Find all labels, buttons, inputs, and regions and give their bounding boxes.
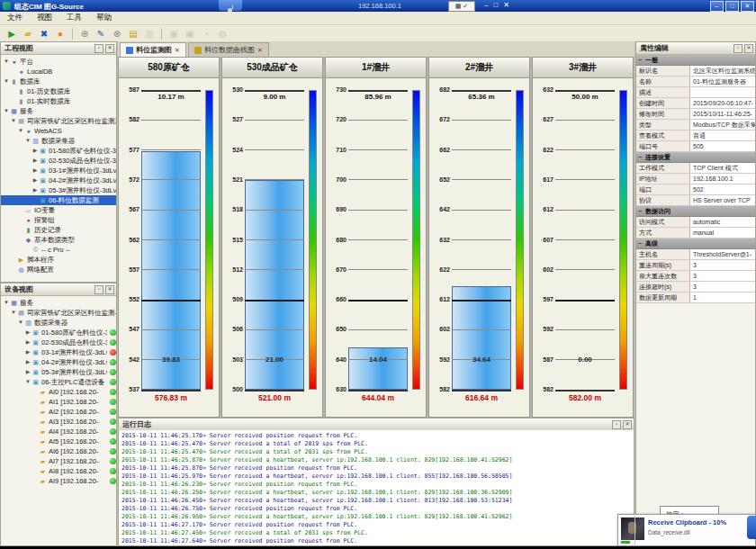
collapse-arrow-icon[interactable]: ▼ — [3, 106, 10, 116]
tree-item[interactable]: ▮01-历史数据库 — [1, 86, 116, 96]
tree-item[interactable]: ▮历史记录 — [1, 225, 116, 235]
session-control-button[interactable]: □ — [493, 1, 498, 9]
expand-arrow-icon[interactable]: ▶ — [32, 156, 39, 166]
tree-item[interactable]: ▼▣06-主控PLC通信设备 — [1, 377, 116, 387]
tree-item[interactable]: ▼▤司家营铁矿北区采区料位监测系统- — [1, 116, 116, 126]
right-splitter[interactable] — [634, 41, 635, 546]
collapse-arrow-icon[interactable]: ▼ — [24, 377, 32, 387]
remove-icon[interactable]: ⊗ — [110, 27, 124, 40]
panel-close-button[interactable]: ✕ — [105, 285, 114, 294]
disconnect-icon[interactable]: ✖ — [37, 27, 51, 40]
property-row[interactable]: 数据更新周期1 — [636, 292, 755, 303]
property-row[interactable]: 类型Modbus/TCP 数据采集- — [636, 120, 755, 130]
session-control-button[interactable]: – — [484, 1, 488, 9]
rdp-side-tab[interactable] — [747, 516, 756, 539]
menu-item-2[interactable]: 工具 — [59, 13, 89, 23]
tree-item[interactable]: ▶▣01-580原矿仓料位仪-3dLv- — [1, 328, 116, 338]
tree-item[interactable]: ▼▦服务 — [1, 106, 116, 116]
property-row[interactable]: 重连周期(s)3 — [636, 260, 755, 271]
property-row[interactable]: 端口502 — [636, 184, 755, 195]
add-icon[interactable]: ⊕ — [77, 27, 92, 40]
tree-item[interactable]: ▰AI3 [192.168.20- — [1, 417, 116, 427]
tree-item[interactable]: ◍网络配置 — [1, 265, 116, 274]
tree-item[interactable]: ▰AI7 [192.168.20- — [1, 456, 116, 466]
left-splitter[interactable] — [117, 41, 118, 546]
tree-item[interactable]: ▼●平台 — [1, 57, 116, 67]
session-control-button[interactable]: ✕ — [503, 1, 509, 9]
rdp-mini-toolbar[interactable]: ▦ ✓ — [448, 1, 475, 12]
property-row[interactable]: 连接超时(s)3 — [636, 282, 755, 292]
property-row[interactable]: 名称01-料位监测服务器 — [636, 76, 755, 87]
property-row[interactable]: 方式manual — [636, 228, 755, 238]
tree-item[interactable]: ▶▣03-1#溜井料位仪-3dLv- — [1, 347, 116, 357]
open-folder-icon[interactable]: ▰ — [21, 27, 35, 40]
collapse-arrow-icon[interactable]: ▼ — [3, 76, 10, 86]
menu-item-1[interactable]: 视图 — [30, 13, 59, 23]
menu-item-0[interactable]: 文件 — [0, 13, 30, 23]
tab-0[interactable]: 料位监测图✕ — [120, 42, 186, 57]
expand-arrow-icon[interactable]: ▶ — [24, 338, 32, 347]
tree-item[interactable]: ▰AI8 [192.168.20- — [1, 466, 116, 476]
expand-arrow-icon[interactable]: ▶ — [32, 176, 39, 185]
property-row[interactable]: 访问模式automatic — [636, 217, 755, 228]
tree-item[interactable]: ●报警组 — [1, 215, 116, 225]
property-row[interactable]: 工作模式TCP Client 模式 — [636, 163, 755, 174]
panel-float-button[interactable]: ▫ — [612, 420, 621, 429]
collapse-arrow-icon[interactable]: ▼ — [3, 57, 10, 67]
expand-arrow-icon[interactable]: ▶ — [32, 146, 39, 156]
expand-arrow-icon[interactable]: ▶ — [24, 357, 32, 367]
expand-arrow-icon[interactable]: ▶ — [32, 166, 39, 176]
property-row[interactable]: 主机名ThresholdServer@1- — [636, 249, 755, 260]
tab-close-icon[interactable]: ✕ — [257, 43, 263, 57]
expand-arrow-icon[interactable]: ▶ — [24, 367, 32, 377]
edit-icon[interactable]: ✎ — [94, 27, 108, 40]
collapse-arrow-icon[interactable]: ▼ — [10, 308, 17, 318]
property-row[interactable]: 标识名北区采区料位监测系统-服务- — [636, 66, 755, 76]
panel-close-button[interactable]: ✕ — [105, 44, 114, 53]
rdp-pin-tab[interactable] — [219, 0, 242, 11]
tab-close-icon[interactable]: ✕ — [175, 43, 180, 57]
property-row[interactable]: 查看模式普通 — [636, 130, 755, 141]
tree-item[interactable]: ▱IO变量 — [1, 205, 116, 215]
tree-item[interactable]: ▶▣05-3#溜井料位仪-3dLv- — [1, 185, 116, 195]
tree-item[interactable]: ▼▦服务 — [1, 298, 116, 308]
connect-icon[interactable]: ▶ — [4, 27, 19, 40]
property-row[interactable]: 描述 — [636, 87, 755, 98]
list-icon[interactable]: ▤ — [126, 27, 140, 40]
tree-item[interactable]: ▼▤司家营铁矿北区采区料位监测- — [1, 308, 116, 318]
property-section-header[interactable]: 数据访问 — [636, 206, 755, 217]
tree-item[interactable]: ▰AI9 [192.168.20- — [1, 476, 116, 486]
tree-item[interactable]: ▰AI2 [192.168.20- — [1, 407, 116, 417]
tree-item[interactable]: ▰AI4 [192.168.20- — [1, 427, 116, 436]
property-row[interactable]: 创建时间2015/09/20-06:10:47- — [636, 98, 755, 109]
tree-item[interactable]: ▶▣04-2#溜井料位仪-3dLv- — [1, 176, 116, 185]
tree-item[interactable]: ▶▣02-530成品仓料位仪-3dLv- — [1, 338, 116, 347]
log-output[interactable]: 2015-10-11 11:46:25.170> Server received… — [119, 430, 634, 545]
tree-item[interactable]: ©-- c Pro -- — [1, 245, 116, 255]
window-control-button[interactable]: – — [710, 1, 724, 12]
property-row[interactable]: 协议HS Server over TCP — [636, 195, 755, 206]
expand-arrow-icon[interactable]: ▶ — [24, 347, 32, 357]
window-control-button[interactable]: □ — [725, 1, 739, 12]
tree-item[interactable]: ▼▥数据采集器 — [1, 136, 116, 146]
property-section-header[interactable]: 高级 — [636, 238, 755, 249]
panel-close-button[interactable]: ✕ — [744, 44, 753, 53]
menu-item-3[interactable]: 帮助 — [89, 13, 119, 23]
tree-item[interactable]: ▰AI5 [192.168.20- — [1, 436, 116, 446]
tree-item[interactable]: ▶脚本程序 — [1, 255, 116, 265]
panel-float-button[interactable]: ▫ — [94, 285, 104, 294]
tree-item[interactable]: ▼▮数据库 — [1, 76, 116, 86]
property-section-header[interactable]: 一般 — [636, 55, 755, 66]
tree-item[interactable]: ▶▣02-530成品仓料位仪-3dLv- — [1, 156, 116, 166]
property-section-header[interactable]: 连接设置 — [636, 152, 755, 163]
collapse-arrow-icon[interactable]: ▼ — [3, 298, 10, 308]
tab-1[interactable]: 料位数据曲线图✕ — [188, 42, 269, 57]
panel-close-button[interactable]: ✕ — [623, 420, 632, 429]
window-control-button[interactable]: ✕ — [741, 1, 754, 12]
tree-item[interactable]: ◆基本数据类型 — [1, 235, 116, 245]
tree-item[interactable]: ▮01-实时数据库 — [1, 96, 116, 106]
tree-item[interactable]: ●LocalDB — [1, 67, 116, 76]
alarm-icon[interactable]: ● — [53, 27, 68, 40]
clipboard-notification[interactable]: Receive Clipboard - 10% Data_receive.dll… — [617, 514, 756, 546]
tree-item[interactable]: ▶▣04-2#溜井料位仪-3dLv- — [1, 357, 116, 367]
